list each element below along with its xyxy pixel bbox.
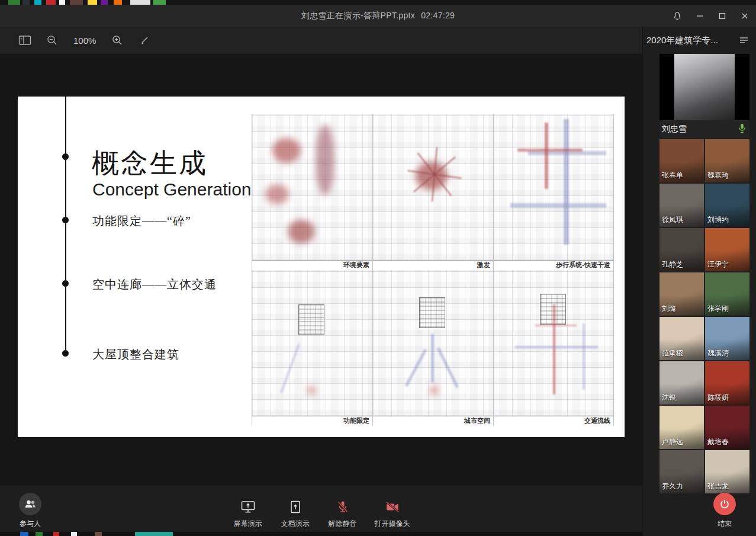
map-drawing: [252, 114, 372, 261]
map-drawing: [373, 114, 493, 261]
close-button[interactable]: [739, 11, 750, 21]
zoom-in-icon[interactable]: [110, 33, 124, 47]
maximize-button[interactable]: [717, 11, 728, 21]
timeline-dot: [62, 217, 69, 223]
presenter-tile[interactable]: 刘忠雪: [660, 54, 749, 138]
participant-name: 汪伊宁: [707, 259, 729, 269]
camera-label: 打开摄像头: [375, 519, 410, 529]
map-panel-function: 功能限定: [252, 270, 372, 426]
doc-share-button[interactable]: 文档演示: [280, 499, 311, 529]
participant-name: 陈筱妍: [707, 393, 729, 403]
end-meeting-area: 结束: [711, 493, 738, 529]
map-drawing: [494, 114, 613, 261]
slide-subtitle: Concept Generation: [92, 179, 252, 200]
meeting-titlebar: 刘忠雪正在演示-答辩PPT.pptx 02:47:29: [0, 5, 756, 27]
map-drawing: [494, 270, 613, 416]
participant-tile[interactable]: 张春单: [660, 139, 704, 182]
participants-button[interactable]: 参与人: [19, 493, 41, 529]
participant-tile[interactable]: 张吉龙: [705, 450, 749, 493]
participant-tile[interactable]: 张学刚: [705, 272, 749, 316]
participant-tile[interactable]: 戴培春: [705, 406, 749, 449]
presenter-avatar: [674, 54, 735, 120]
end-meeting-label: 结束: [718, 519, 732, 529]
map-panel-label: 交通流线: [494, 416, 613, 425]
participant-tile[interactable]: 陈筱妍: [705, 361, 749, 405]
timeline-dot: [62, 153, 69, 160]
presenter-name: 刘忠雪: [662, 124, 687, 134]
minimize-button[interactable]: [694, 11, 705, 21]
participant-tile[interactable]: 乔久力: [660, 450, 704, 493]
slide-title: 概念生成: [92, 145, 208, 182]
presentation-toolbar: 100%: [0, 27, 642, 54]
timeline-line: [65, 97, 66, 356]
presenting-title: 刘忠雪正在演示-答辩PPT.pptx: [301, 11, 415, 20]
window-controls: [672, 5, 750, 27]
participant-sort-icon[interactable]: [738, 36, 750, 45]
map-drawing: [373, 270, 493, 416]
participant-name: 范承稷: [662, 348, 683, 358]
timeline-dot: [62, 350, 69, 357]
thumbnail-panel-icon[interactable]: [18, 33, 32, 47]
presenting-status-text: 刘忠雪正在演示-答辩PPT.pptx 02:47:29: [300, 11, 456, 21]
participants-icon: [19, 493, 41, 515]
slide-bullet: 功能限定——“碎”: [92, 213, 191, 229]
participant-list[interactable]: 刘忠雪 张春单 魏嘉琦 徐凤琪 刘博约 孔静芝 汪伊宁 刘璐 张学刚 范承: [643, 54, 756, 536]
participant-tile[interactable]: 魏溪清: [705, 317, 749, 360]
annotate-pen-icon[interactable]: [137, 33, 152, 47]
zoom-out-icon[interactable]: [45, 33, 59, 47]
map-drawing: [252, 270, 372, 416]
participant-tile[interactable]: 刘璐: [660, 272, 704, 316]
slide-stage: 概念生成 Concept Generation 功能限定——“碎” 空中连廊——…: [0, 54, 642, 486]
participant-name: 张吉龙: [707, 482, 729, 492]
map-panel-label: 城市空间: [373, 416, 493, 425]
participant-name: 刘博约: [707, 215, 729, 225]
diagram-grid: 环境要素 激发: [252, 114, 614, 426]
mic-muted-icon: [335, 499, 350, 515]
map-panel-traffic: 交通流线: [493, 270, 614, 426]
presenter-name-row: 刘忠雪: [660, 120, 749, 138]
participant-tile[interactable]: 孔静芝: [660, 228, 704, 271]
unmute-label: 解除静音: [329, 519, 357, 529]
presenting-timer: 02:47:29: [419, 11, 455, 20]
presenter-video: [660, 54, 749, 120]
map-panel-label: 功能限定: [252, 416, 372, 425]
participant-name: 魏溪清: [707, 348, 729, 358]
screen-share-icon: [240, 499, 256, 515]
participant-tile[interactable]: 沈银: [660, 361, 704, 405]
screen-share-button[interactable]: 屏幕演示: [233, 499, 263, 529]
participant-tile[interactable]: 刘博约: [705, 184, 749, 227]
presentation-slide: 概念生成 Concept Generation 功能限定——“碎” 空中连廊——…: [18, 97, 625, 437]
participant-name: 卢静远: [662, 437, 683, 447]
slide-bullet: 大屋顶整合建筑: [92, 346, 179, 362]
camera-muted-icon: [385, 499, 400, 515]
map-panel-label: 激发: [373, 261, 493, 269]
notification-bell-icon[interactable]: [672, 11, 683, 21]
participant-name: 张春单: [662, 171, 683, 181]
participants-sidebar: 2020年建筑学专... 刘忠雪 张春单 魏嘉琦 徐凤琪: [642, 27, 756, 536]
mic-active-icon: [738, 123, 746, 136]
participant-name: 戴培春: [707, 437, 729, 447]
participant-name: 刘璐: [662, 304, 676, 314]
participant-name: 徐凤琪: [662, 215, 683, 225]
participant-grid: 张春单 魏嘉琦 徐凤琪 刘博约 孔静芝 汪伊宁 刘璐 张学刚 范承稷 魏溪清 沈…: [660, 139, 756, 493]
participant-tile[interactable]: 汪伊宁: [705, 228, 749, 271]
participant-tile[interactable]: 徐凤琪: [660, 184, 704, 227]
screen-share-label: 屏幕演示: [234, 519, 262, 529]
map-panel-label: 环境要素: [252, 261, 372, 269]
participant-name: 魏嘉琦: [707, 171, 729, 181]
doc-share-label: 文档演示: [281, 519, 310, 529]
background-taskbar-strip: [0, 532, 642, 536]
end-meeting-button[interactable]: [713, 493, 736, 515]
participant-name: 孔静芝: [662, 259, 683, 269]
slide-bullet: 空中连廊——立体交通: [92, 277, 217, 293]
participant-tile[interactable]: 魏嘉琦: [705, 139, 749, 182]
participant-tile[interactable]: 卢静远: [660, 406, 704, 449]
unmute-button[interactable]: 解除静音: [327, 499, 358, 529]
map-panel-label: 步行系统-快速干道: [494, 261, 613, 269]
map-panel-trigger: 激发: [372, 114, 493, 270]
participant-name: 乔久力: [662, 482, 683, 492]
camera-button[interactable]: 打开摄像头: [375, 499, 410, 529]
doc-share-icon: [288, 499, 303, 515]
meeting-controls-bar: 参与人 屏幕演示 文档演示: [0, 486, 642, 536]
participant-tile[interactable]: 范承稷: [660, 317, 704, 360]
